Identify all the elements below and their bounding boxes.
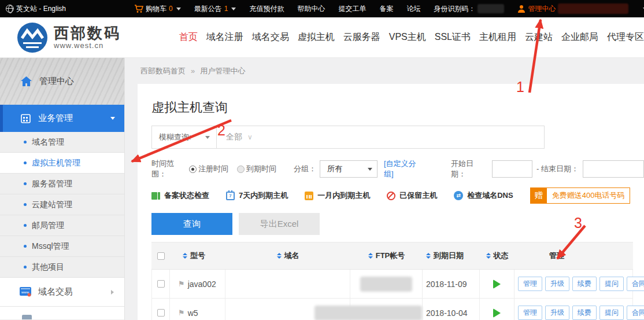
radio-expire-label[interactable]: 到期时间 <box>246 164 276 174</box>
group-select[interactable]: 所有 <box>320 160 377 178</box>
nav-agent-zone[interactable]: 代理专区 <box>607 31 644 43</box>
host-domain <box>225 270 350 299</box>
status-running-icon <box>493 308 501 318</box>
nav-enterprise-mail[interactable]: 企业邮局 <box>561 31 598 43</box>
sort-icon <box>486 253 491 259</box>
promo-400-link[interactable]: 赠 免费赠送400电话号码 <box>530 187 631 204</box>
sidebar-item-server-manage[interactable]: 服务器管理 <box>0 174 124 194</box>
renew-button[interactable]: 续费 <box>572 306 597 320</box>
status-running-icon <box>493 279 501 289</box>
contract-button[interactable]: 合同 <box>627 277 644 291</box>
nav-vps[interactable]: VPS主机 <box>389 31 426 43</box>
notice-menu[interactable]: 最新公告 1 <box>194 4 236 14</box>
main-content: 西部数码首页 » 用户管理中心 虚拟主机查询 模糊查询: 全部 ∨ <box>125 58 644 320</box>
calendar-7-icon: 7 <box>226 192 235 200</box>
sidebar-item-mssql-manage[interactable]: Mssql管理 <box>0 236 124 257</box>
filter-row: 时间范围： 注册时间 到期时间 分组： 所有 [自定义分组] 开始日期： - 结… <box>151 159 644 179</box>
col-domain[interactable]: 域名 <box>225 242 350 269</box>
icp-status-check-link[interactable]: 备案状态检查 <box>151 190 209 201</box>
sidebar-item-domain-trade[interactable]: www 域名交易 <box>0 278 124 307</box>
expire-7days-link[interactable]: 7 7天内到期主机 <box>226 190 288 201</box>
start-date-label: 开始日期： <box>451 159 488 179</box>
brand-url: www.west.cn <box>54 41 121 50</box>
quick-links-row: 备案状态检查 7 7天内到期主机 一月内到期主机 已保留主机 <box>151 187 644 204</box>
time-range-label: 时间范围： <box>151 159 189 179</box>
radio-register-time[interactable] <box>189 165 197 173</box>
fuzzy-value: 全部 <box>226 132 242 142</box>
ask-button[interactable]: 提问 <box>599 306 624 320</box>
topbar-link-help[interactable]: 帮助中心 <box>297 4 325 14</box>
bullet-icon <box>24 141 27 144</box>
nav-domain-trade[interactable]: 域名交易 <box>252 31 289 43</box>
sidebar-item-domain-manage[interactable]: 域名管理 <box>0 132 124 153</box>
export-excel-button[interactable]: 导出Excel <box>239 213 320 235</box>
ask-button[interactable]: 提问 <box>599 277 624 291</box>
identity-code: 身份识别码： <box>434 4 504 14</box>
check-dns-link[interactable]: ⇄ 检查域名DNS <box>454 190 513 201</box>
custom-group-link[interactable]: [自定义分组] <box>384 159 425 179</box>
page-title: 虚拟主机查询 <box>151 99 644 116</box>
cart-menu[interactable]: 购物车 0 <box>134 4 181 14</box>
contract-button[interactable]: 合同 <box>627 306 644 320</box>
language-switch[interactable]: 英文站 - English <box>6 4 66 14</box>
nav-home[interactable]: 首页 <box>179 31 198 43</box>
query-button[interactable]: 查询 <box>151 213 232 235</box>
col-model[interactable]: 型号 <box>170 242 225 269</box>
end-date-input[interactable] <box>583 160 644 178</box>
start-date-input[interactable] <box>492 160 532 178</box>
fuzzy-type-select[interactable]: 模糊查询: <box>152 126 217 148</box>
nav-host-rent[interactable]: 主机租用 <box>479 31 516 43</box>
breadcrumb-separator: » <box>191 67 195 75</box>
nav-cloud-site[interactable]: 云建站 <box>525 31 553 43</box>
col-expire[interactable]: 到期日期 <box>423 242 480 269</box>
cart-count: 0 <box>169 5 173 13</box>
manage-button[interactable]: 管理 <box>518 306 542 320</box>
row-checkbox[interactable] <box>157 309 165 317</box>
flag-icon: ⚑ <box>178 279 185 288</box>
row-checkbox[interactable] <box>157 280 165 288</box>
topbar-link-icp[interactable]: 备案 <box>379 4 393 14</box>
col-manage: 管理 <box>515 242 633 269</box>
manage-button[interactable]: 管理 <box>518 277 542 291</box>
sidebar-item-label: 云建站管理 <box>32 200 72 210</box>
sidebar-item-virtual-host-manage[interactable]: 虚拟主机管理 <box>0 153 124 174</box>
chevron-right-icon <box>111 290 114 295</box>
cart-label: 购物车 <box>146 4 166 14</box>
sidebar-item-business[interactable]: 业务管理 <box>0 105 124 132</box>
renew-button[interactable]: 续费 <box>572 277 597 291</box>
upgrade-button[interactable]: 升级 <box>545 277 569 291</box>
nav-virtual-host[interactable]: 虚拟主机 <box>298 31 335 43</box>
upgrade-button[interactable]: 升级 <box>545 306 569 320</box>
manage-center-menu[interactable]: 管理中心 <box>517 3 628 14</box>
topbar-link-ticket[interactable]: 提交工单 <box>338 4 366 14</box>
nav-cloud-server[interactable]: 云服务器 <box>343 31 380 43</box>
sort-icon <box>368 253 373 259</box>
fuzzy-value-select[interactable]: 全部 ∨ <box>217 132 253 142</box>
radio-expire-time[interactable] <box>237 165 245 173</box>
sidebar-item-other-projects[interactable]: 其他项目 <box>0 257 124 278</box>
breadcrumb: 西部数码首页 » 用户管理中心 <box>125 58 644 84</box>
sidebar-item-mail-manage[interactable]: 邮局管理 <box>0 215 124 236</box>
topbar-link-forum[interactable]: 论坛 <box>406 4 420 14</box>
green-table-icon <box>151 192 160 200</box>
host-model: w5 <box>188 308 198 318</box>
col-status[interactable]: 状态 <box>480 242 515 269</box>
reserved-hosts-link[interactable]: 已保留主机 <box>387 190 437 201</box>
breadcrumb-home[interactable]: 西部数码首页 <box>140 66 186 76</box>
sort-icon <box>183 253 187 259</box>
select-all-checkbox[interactable] <box>157 252 165 260</box>
topbar-link-recharge[interactable]: 充值预付款 <box>249 4 284 14</box>
sidebar-item-cloud-site-manage[interactable]: 云建站管理 <box>0 194 124 215</box>
sidebar-item-manage-center[interactable]: 管理中心 <box>0 58 124 105</box>
query-panel: 虚拟主机查询 模糊查询: 全部 ∨ 时间范围： 注册时间 <box>138 84 644 320</box>
home-icon <box>21 76 32 86</box>
nav-ssl[interactable]: SSL证书 <box>435 31 471 43</box>
brand-logo[interactable]: 西部数码 www.west.cn <box>17 23 121 53</box>
col-ftp[interactable]: FTP帐号 <box>350 242 423 269</box>
radio-register-label[interactable]: 注册时间 <box>198 164 228 174</box>
grid-icon <box>21 113 31 123</box>
nav-domain-register[interactable]: 域名注册 <box>206 31 243 43</box>
chevron-down-icon <box>110 117 115 120</box>
ban-icon <box>387 192 395 200</box>
expire-month-link[interactable]: 一月内到期主机 <box>305 190 370 201</box>
